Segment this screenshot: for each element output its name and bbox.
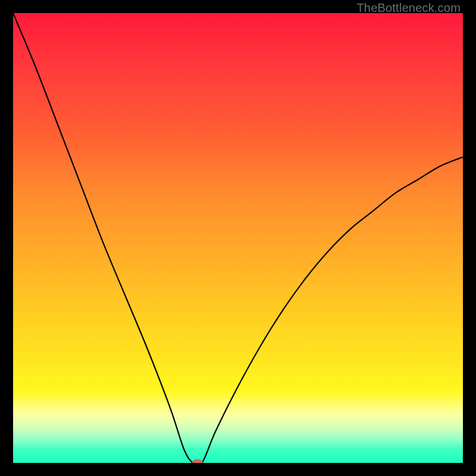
- gradient-plot-area: [13, 13, 463, 463]
- chart-frame: TheBottleneck.com: [0, 0, 476, 476]
- bottleneck-curve: [13, 13, 463, 463]
